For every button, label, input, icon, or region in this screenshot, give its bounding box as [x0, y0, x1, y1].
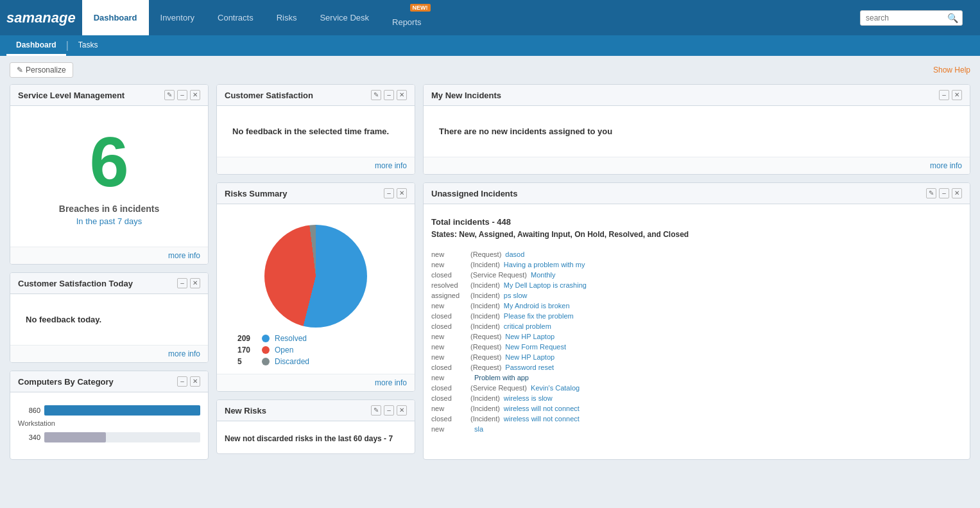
pie-visual: [225, 225, 407, 328]
bar-num-workstation: 860: [18, 407, 40, 414]
list-item: new (Request) New HP Laptop: [431, 331, 962, 342]
widget-slm-body: 6 Breaches in 6 incidents In the past 7 …: [10, 106, 208, 247]
bar-track-other: [44, 432, 200, 442]
list-item: closed (Service Request) Monthly: [431, 270, 962, 280]
new-risks-description: New not discarded risks in the last 60 d…: [225, 429, 407, 446]
csat-today-message: No feedback today.: [18, 302, 200, 337]
legend-open-label[interactable]: Open: [275, 346, 293, 355]
new-risks-close-button[interactable]: ✕: [397, 405, 407, 416]
pie-container: [225, 212, 407, 225]
csat-today-minimize-button[interactable]: –: [177, 278, 187, 288]
legend-discarded-count: 5: [237, 357, 257, 366]
my-incidents-close-button[interactable]: ✕: [952, 90, 962, 100]
slm-edit-button[interactable]: ✎: [164, 90, 175, 100]
widget-my-incidents-body: There are no new incidents assigned to y…: [424, 106, 970, 157]
computers-minimize-button[interactable]: –: [177, 376, 187, 387]
search-box: 🔍: [860, 0, 974, 35]
widget-csat-today-header: Customer Satisfaction Today – ✕: [10, 273, 208, 294]
widget-new-risks-controls: ✎ – ✕: [371, 405, 407, 416]
list-item: assigned (Incident) ps slow: [431, 290, 962, 301]
slm-close-button[interactable]: ✕: [190, 90, 200, 100]
list-item: resolved (Incident) My Dell Laptop is cr…: [431, 280, 962, 290]
widget-computers: Computers By Category – ✕ 860: [10, 371, 209, 460]
incidents-total: Total incidents - 448: [431, 217, 962, 227]
legend-discarded-label[interactable]: Discarded: [275, 357, 309, 366]
content-area: ✎ Personalize Show Help Service Level Ma…: [0, 56, 980, 466]
csat-message: No feedback in the selected time frame.: [225, 114, 407, 149]
list-item: closed (Request) Password reset: [431, 362, 962, 372]
bar-num-other: 340: [18, 434, 40, 441]
sub-nav-tasks[interactable]: Tasks: [69, 35, 108, 56]
slm-minimize-button[interactable]: –: [177, 90, 187, 100]
nav-tab-contracts[interactable]: Contracts: [206, 0, 265, 35]
csat-today-close-button[interactable]: ✕: [190, 278, 200, 288]
bar-row-other: 340: [18, 432, 200, 442]
csat-minimize-button[interactable]: –: [384, 90, 394, 100]
new-risks-edit-button[interactable]: ✎: [371, 405, 381, 416]
nav-tab-inventory[interactable]: Inventory: [149, 0, 206, 35]
csat-today-more-info[interactable]: more info: [10, 345, 208, 362]
incidents-states: States: New, Assigned, Awaiting Input, O…: [431, 229, 962, 240]
widget-risks-title: Risks Summary: [225, 189, 288, 198]
bar-track-workstation: [44, 405, 200, 416]
nav-tab-service-desk[interactable]: Service Desk: [308, 0, 381, 35]
widget-csat: Customer Satisfaction ✎ – ✕ No feedback …: [216, 84, 415, 175]
slm-more-info[interactable]: more info: [10, 247, 208, 264]
nav-tab-dashboard[interactable]: Dashboard: [82, 0, 149, 35]
computers-close-button[interactable]: ✕: [190, 376, 200, 387]
column-mid: Customer Satisfaction ✎ – ✕ No feedback …: [216, 84, 415, 460]
widget-csat-controls: ✎ – ✕: [371, 90, 407, 100]
widget-computers-header: Computers By Category – ✕: [10, 371, 208, 392]
nav-tab-risks[interactable]: Risks: [265, 0, 309, 35]
risks-minimize-button[interactable]: –: [384, 188, 394, 198]
bar-label-workstation: Workstation: [18, 419, 200, 427]
widget-unassigned-title: Unassigned Incidents: [431, 189, 517, 198]
legend-open-count: 170: [237, 346, 257, 355]
widget-my-incidents-controls: – ✕: [939, 90, 962, 100]
widget-my-incidents: My New Incidents – ✕ There are no new in…: [423, 84, 970, 175]
dashboard-grid: Service Level Management ✎ – ✕ 6 Breache…: [10, 84, 970, 460]
sub-nav-dashboard[interactable]: Dashboard: [6, 35, 66, 56]
toolbar: ✎ Personalize Show Help: [10, 62, 970, 78]
csat-edit-button[interactable]: ✎: [371, 90, 381, 100]
widget-risks: Risks Summary – ✕: [216, 182, 415, 392]
legend-resolved-count: 209: [237, 334, 257, 343]
unassigned-close-button[interactable]: ✕: [952, 188, 962, 198]
widget-csat-header: Customer Satisfaction ✎ – ✕: [217, 85, 415, 106]
legend-discarded-dot: [262, 358, 270, 365]
list-item: closed (Service Request) Kevin's Catalog: [431, 383, 962, 393]
widget-csat-title: Customer Satisfaction: [225, 91, 313, 100]
show-help-button[interactable]: Show Help: [933, 66, 970, 74]
nav-tab-reports[interactable]: NEW! Reports: [381, 0, 433, 35]
my-incidents-more-info[interactable]: more info: [424, 157, 970, 174]
unassigned-edit-button[interactable]: ✎: [926, 188, 936, 198]
legend-resolved: 209 Resolved: [237, 334, 394, 343]
widget-slm-controls: ✎ – ✕: [164, 90, 200, 100]
nav-tabs: Dashboard Inventory Contracts Risks Serv…: [82, 0, 860, 35]
unassigned-minimize-button[interactable]: –: [939, 188, 949, 198]
legend-resolved-label[interactable]: Resolved: [275, 334, 307, 343]
sub-navigation: Dashboard | Tasks: [0, 35, 980, 56]
incidents-summary: Total incidents - 448 States: New, Assig…: [431, 212, 962, 249]
widget-new-risks-body: New not discarded risks in the last 60 d…: [217, 421, 415, 453]
widget-my-incidents-title: My New Incidents: [431, 91, 501, 100]
legend-open-dot: [262, 346, 270, 354]
search-button[interactable]: 🔍: [947, 13, 958, 23]
risks-more-info[interactable]: more info: [217, 374, 415, 391]
list-item: closed (Incident) wireless is slow: [431, 393, 962, 403]
list-item: new (Request) New Form Request: [431, 342, 962, 352]
my-incidents-minimize-button[interactable]: –: [939, 90, 949, 100]
new-risks-minimize-button[interactable]: –: [384, 405, 394, 416]
list-item: closed (Incident) Please fix the problem: [431, 311, 962, 321]
pie-legend: 209 Resolved 170 Open 5 Discarded: [225, 334, 407, 366]
pencil-icon: ✎: [17, 66, 23, 74]
csat-close-button[interactable]: ✕: [397, 90, 407, 100]
widget-slm: Service Level Management ✎ – ✕ 6 Breache…: [10, 84, 209, 265]
csat-more-info[interactable]: more info: [217, 157, 415, 174]
legend-open: 170 Open: [237, 346, 394, 355]
personalize-button[interactable]: ✎ Personalize: [10, 62, 73, 78]
legend-discarded: 5 Discarded: [237, 357, 394, 366]
widget-new-risks-title: New Risks: [225, 406, 266, 416]
risks-close-button[interactable]: ✕: [397, 188, 407, 198]
list-item: closed (Incident) wireless will not conn…: [431, 414, 962, 424]
